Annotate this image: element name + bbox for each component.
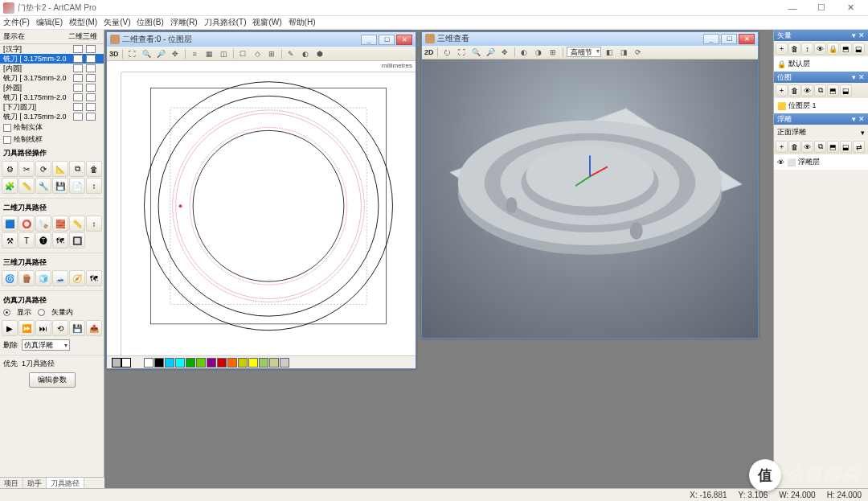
palette-swatch[interactable] [144, 358, 154, 368]
detail-dropdown[interactable]: 高细节 [567, 47, 601, 57]
zoom-in-icon[interactable]: 🔍 [470, 47, 482, 58]
viewport-2d[interactable]: millimetres [107, 61, 416, 355]
tool-icon[interactable]: ✎ [285, 48, 297, 60]
palette-swatch[interactable] [259, 358, 268, 368]
palette-swatch[interactable] [269, 358, 279, 368]
tp3d-icon[interactable]: 🧭 [69, 270, 85, 286]
panel-close-icon[interactable]: ▾ ✕ [852, 31, 865, 39]
layer-tool-icon[interactable]: ＋ [776, 84, 788, 97]
palette-swatch[interactable] [207, 358, 216, 368]
op-icon[interactable]: ⟳ [35, 161, 51, 177]
checkbox[interactable] [86, 45, 96, 53]
zoom-out-icon[interactable]: 🔎 [155, 48, 167, 60]
bg-color-swatch[interactable] [121, 358, 131, 368]
tp2d-icon[interactable]: ⚒ [2, 232, 18, 248]
tp3d-icon[interactable]: 🌀 [2, 270, 18, 286]
op-icon[interactable]: 📐 [52, 161, 68, 177]
op-icon[interactable]: ⚙ [2, 161, 18, 177]
window-3d-titlebar[interactable]: 三维查看 _ ☐ ✕ [422, 32, 758, 46]
orbit-icon[interactable]: ⭮ [441, 47, 453, 58]
layer-tool-icon[interactable]: 🔒 [827, 43, 839, 55]
zoom-out-icon[interactable]: 🔎 [485, 47, 497, 58]
panel-bitmaps-title[interactable]: 位图▾ ✕ [774, 72, 868, 83]
sim-icon[interactable]: 📤 [86, 320, 102, 336]
layer-tool-icon[interactable]: ＋ [776, 43, 788, 55]
tab-project[interactable]: 项目 [0, 478, 23, 488]
layer-tool-icon[interactable]: ＋ [776, 141, 788, 153]
view-icon[interactable]: ⊞ [547, 47, 559, 58]
layer-tool-icon[interactable]: ⬒ [840, 43, 852, 55]
radio-vector-in[interactable] [38, 309, 45, 316]
panel-close-icon[interactable]: ▾ ✕ [852, 115, 865, 123]
layer-tool-icon[interactable]: ⇄ [853, 141, 865, 153]
window-min-button[interactable]: _ [361, 35, 377, 45]
palette-swatch[interactable] [217, 358, 227, 368]
checkbox[interactable] [86, 113, 96, 121]
checkbox[interactable] [73, 45, 83, 53]
tp2d-icon[interactable]: 🟦 [2, 216, 18, 232]
op-icon[interactable]: 📏 [18, 178, 35, 194]
checkbox[interactable] [73, 64, 83, 72]
menu-file[interactable]: 文件(F) [3, 17, 30, 28]
tool-icon[interactable]: ☐ [237, 48, 249, 60]
window-min-button[interactable]: _ [703, 34, 719, 44]
mode-3d-toggle[interactable]: 3D [109, 50, 119, 58]
layer-tool-icon[interactable]: ⬓ [840, 84, 852, 97]
checkbox[interactable] [86, 93, 96, 101]
tp3d-icon[interactable]: 🗻 [52, 270, 68, 286]
tp2d-icon[interactable]: ↕ [86, 216, 102, 232]
palette-swatch[interactable] [186, 358, 195, 368]
tp2d-icon[interactable]: 🔲 [69, 232, 85, 248]
edit-params-button[interactable]: 编辑参数 [29, 372, 76, 388]
sim-icon[interactable]: ⟲ [52, 320, 68, 336]
menu-help[interactable]: 帮助(H) [289, 17, 316, 28]
menu-window[interactable]: 视窗(W) [252, 17, 281, 28]
tool-icon[interactable]: ◐ [300, 48, 312, 60]
vector-layer-row[interactable]: 🔒 默认层 [777, 59, 865, 69]
canvas-2d[interactable] [121, 72, 416, 355]
checkbox[interactable] [73, 84, 83, 92]
zoom-fit-icon[interactable]: ⛶ [456, 47, 468, 58]
window-close-button[interactable]: ✕ [836, 1, 865, 15]
tool-icon[interactable]: ◇ [252, 48, 264, 60]
tool-icon[interactable]: ▦ [203, 48, 215, 60]
panel-vectors-title[interactable]: 矢量▾ ✕ [774, 30, 868, 41]
menu-toolpath[interactable]: 刀具路径(T) [204, 17, 247, 28]
op-icon[interactable]: 🔧 [35, 178, 51, 194]
panel-reliefs-title[interactable]: 浮雕▾ ✕ [774, 113, 868, 125]
layer-tool-icon[interactable]: ⧉ [814, 84, 826, 97]
palette-swatch[interactable] [165, 358, 174, 368]
panel-close-icon[interactable]: ▾ ✕ [852, 73, 865, 81]
relief-layer-row[interactable]: 👁 ⬜ 浮雕层 [777, 157, 865, 167]
layer-tool-icon[interactable]: ⬒ [827, 84, 839, 97]
layer-tool-icon[interactable]: ⧉ [814, 141, 826, 153]
op-icon[interactable]: 🧩 [2, 178, 18, 194]
tp3d-icon[interactable]: 🗺 [86, 270, 102, 286]
checkbox[interactable] [86, 103, 96, 111]
tp2d-icon[interactable]: 🧱 [52, 216, 68, 232]
view-icon[interactable]: ◐ [518, 47, 530, 58]
checkbox[interactable] [73, 74, 83, 82]
op-icon[interactable]: 💾 [52, 178, 68, 194]
palette-swatch[interactable] [227, 358, 237, 368]
pan-icon[interactable]: ✥ [170, 48, 182, 60]
tool-icon[interactable]: ≡ [189, 48, 201, 60]
toolpath-list[interactable]: [汉字] 铣刀 [ 3.175mm-2.0mm ] [内圆] 铣刀 [ 3.17… [0, 44, 104, 121]
op-icon[interactable]: ✂ [18, 161, 35, 177]
menu-edit[interactable]: 编辑(E) [36, 17, 63, 28]
tool-icon[interactable]: ◧ [604, 47, 616, 58]
window-maximize-button[interactable]: ☐ [807, 1, 836, 15]
mode-2d-toggle[interactable]: 2D [424, 48, 434, 56]
checkbox[interactable] [73, 113, 83, 121]
checkbox[interactable] [86, 74, 96, 82]
zoom-fit-icon[interactable]: ⛶ [126, 48, 138, 60]
checkbox[interactable] [73, 103, 83, 111]
window-minimize-button[interactable]: — [778, 1, 807, 15]
tp2d-icon[interactable]: 🗺 [52, 232, 68, 248]
tp2d-icon[interactable]: T [18, 232, 35, 248]
tool-icon[interactable]: ◫ [218, 48, 230, 60]
checkbox[interactable] [73, 93, 83, 101]
menu-relief[interactable]: 浮雕(R) [170, 17, 198, 28]
window-max-button[interactable]: ☐ [379, 35, 395, 45]
window-close-button[interactable]: ✕ [396, 35, 412, 45]
